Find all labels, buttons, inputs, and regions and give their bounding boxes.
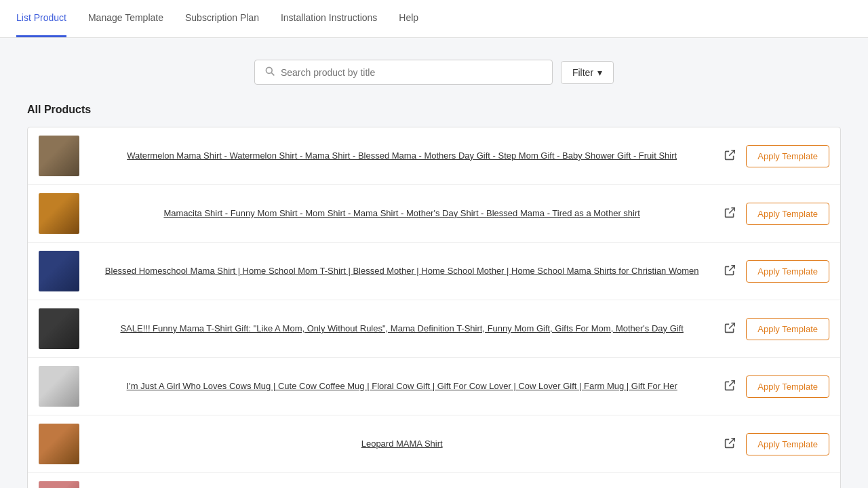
- search-box: [254, 60, 553, 85]
- product-thumbnail: [39, 136, 79, 176]
- product-row: SALE!!! Funny Mama T-Shirt Gift: "Like A…: [28, 300, 840, 358]
- filter-label: Filter: [572, 67, 593, 78]
- nav-item-subscription-plan[interactable]: Subscription Plan: [185, 0, 259, 37]
- search-input[interactable]: [281, 67, 542, 78]
- product-thumbnail: [39, 193, 79, 234]
- svg-line-5: [730, 323, 735, 328]
- product-thumbnail: [39, 251, 79, 291]
- external-link-icon[interactable]: [724, 438, 735, 451]
- product-list: Watermelon Mama Shirt - Watermelon Shirt…: [27, 127, 841, 488]
- product-row: I'm Just A Girl Who Loves Cows Mug | Cut…: [28, 358, 840, 415]
- product-thumbnail: [39, 366, 79, 407]
- top-nav: List ProductManage TemplateSubscription …: [0, 0, 868, 38]
- product-title-cell: SALE!!! Funny Mama T-Shirt Gift: "Like A…: [90, 323, 713, 335]
- nav-item-list-product[interactable]: List Product: [16, 0, 66, 37]
- filter-button[interactable]: Filter ▾: [561, 61, 614, 84]
- external-link-icon[interactable]: [724, 265, 735, 278]
- product-thumbnail: [39, 308, 79, 349]
- external-link-icon[interactable]: [724, 150, 735, 163]
- product-title-cell: Watermelon Mama Shirt - Watermelon Shirt…: [90, 150, 713, 162]
- section-title: All Products: [27, 104, 841, 116]
- product-title-link[interactable]: Mamacita Shirt - Funny Mom Shirt - Mom S…: [163, 208, 640, 218]
- svg-point-0: [266, 67, 272, 73]
- search-row: Filter ▾: [27, 60, 841, 85]
- product-title-link[interactable]: Leopard MAMA Shirt: [361, 439, 443, 449]
- product-title-link[interactable]: Blessed Homeschool Mama Shirt | Home Sch…: [105, 266, 699, 276]
- product-title-link[interactable]: SALE!!! Funny Mama T-Shirt Gift: "Like A…: [120, 323, 683, 333]
- chevron-down-icon: ▾: [597, 67, 602, 78]
- external-link-icon[interactable]: [724, 323, 735, 336]
- apply-template-button[interactable]: Apply Template: [746, 433, 829, 455]
- nav-item-installation-instructions[interactable]: Installation Instructions: [281, 0, 377, 37]
- product-title-cell: Blessed Homeschool Mama Shirt | Home Sch…: [90, 265, 713, 277]
- product-row: Leopard MAMA ShirtApply Template: [28, 415, 840, 473]
- apply-template-button[interactable]: Apply Template: [746, 318, 829, 340]
- search-icon: [264, 66, 275, 79]
- external-link-icon[interactable]: [724, 207, 735, 220]
- product-thumbnail: [39, 424, 79, 464]
- product-title-cell: I'm Just A Girl Who Loves Cows Mug | Cut…: [90, 380, 713, 392]
- svg-line-1: [271, 73, 274, 75]
- svg-line-2: [730, 150, 735, 155]
- apply-template-button[interactable]: Apply Template: [746, 260, 829, 283]
- svg-line-4: [730, 265, 735, 270]
- main-content: Filter ▾ All Products Watermelon Mama Sh…: [0, 38, 868, 488]
- external-link-icon[interactable]: [724, 380, 735, 393]
- product-title-link[interactable]: I'm Just A Girl Who Loves Cows Mug | Cut…: [127, 381, 677, 391]
- nav-item-manage-template[interactable]: Manage Template: [88, 0, 163, 37]
- product-row: Mamacita Shirt - Funny Mom Shirt - Mom S…: [28, 185, 840, 243]
- apply-template-button[interactable]: Apply Template: [746, 145, 829, 167]
- product-row: Watermelon Mama Shirt - Watermelon Shirt…: [28, 127, 840, 185]
- product-row: Blessed Homeschool Mama Shirt | Home Sch…: [28, 243, 840, 300]
- product-title-cell: Mamacita Shirt - Funny Mom Shirt - Mom S…: [90, 207, 713, 220]
- svg-line-7: [730, 438, 735, 443]
- apply-template-button[interactable]: Apply Template: [746, 375, 829, 398]
- product-thumbnail: [39, 481, 79, 488]
- svg-line-6: [730, 380, 735, 386]
- nav-item-help[interactable]: Help: [399, 0, 418, 37]
- product-row: Disney Shirts, Disney Family Shirts, 202…: [28, 473, 840, 488]
- product-title-cell: Leopard MAMA Shirt: [90, 438, 713, 450]
- apply-template-button[interactable]: Apply Template: [746, 203, 829, 225]
- svg-line-3: [730, 207, 735, 213]
- product-title-link[interactable]: Watermelon Mama Shirt - Watermelon Shirt…: [127, 150, 677, 161]
